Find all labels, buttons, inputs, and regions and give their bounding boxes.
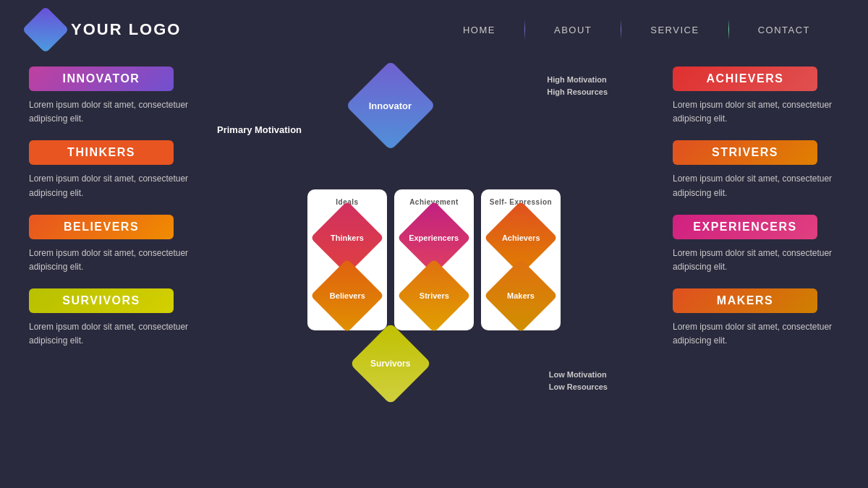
- nav-contact[interactable]: CONTACT: [729, 25, 839, 35]
- main-content: INNOVATOR Lorem ipsum dolor sit amet, co…: [0, 59, 868, 488]
- makers-badge: MAKERS: [673, 288, 817, 313]
- survivors-diamond: Survivors: [349, 322, 431, 404]
- innovator-badge: INNOVATOR: [29, 67, 174, 91]
- thinkers-desc: Lorem ipsum dolor sit amet, consectetuer…: [29, 172, 195, 200]
- left-thinkers-block: THINKERS Lorem ipsum dolor sit amet, con…: [29, 140, 195, 200]
- right-achievers-block: ACHIEVERS Lorem ipsum dolor sit amet, co…: [673, 67, 839, 126]
- right-strivers-block: STRIVERS Lorem ipsum dolor sit amet, con…: [673, 140, 839, 200]
- right-column: ACHIEVERS Lorem ipsum dolor sit amet, co…: [673, 67, 839, 488]
- thinkers-badge: THINKERS: [29, 140, 174, 165]
- survivors-desc: Lorem ipsum dolor sit amet, consectetuer…: [29, 320, 195, 348]
- survivors-diamond-container: Survivors: [405, 335, 463, 393]
- experiencers-desc: Lorem ipsum dolor sit amet, consectetuer…: [673, 247, 839, 274]
- innovator-desc: Lorem ipsum dolor sit amet, consectetuer…: [29, 98, 195, 126]
- bottom-diamond-area: Survivors Low Motivation Low Resources: [203, 335, 665, 400]
- believers-diamond-label: Believers: [330, 291, 365, 300]
- primary-motivation-label: Primary Motivation: [217, 124, 302, 135]
- center-column: Innovator High Motivation High Resources…: [195, 67, 673, 488]
- card-self-expression: Self- Expression Achievers Makers: [481, 189, 561, 330]
- thinkers-diamond-label: Thinkers: [331, 234, 364, 242]
- makers-desc: Lorem ipsum dolor sit amet, consectetuer…: [673, 320, 839, 348]
- logo-area: YOUR LOGO: [29, 13, 181, 46]
- innovator-diamond: Innovator: [346, 61, 435, 150]
- experiencers-badge: EXPERIENCERS: [673, 215, 817, 239]
- nav-about[interactable]: ABOUT: [525, 25, 621, 35]
- left-believers-block: BELIEVERS Lorem ipsum dolor sit amet, co…: [29, 215, 195, 274]
- left-survivors-block: SURVIVORS Lorem ipsum dolor sit amet, co…: [29, 288, 195, 348]
- strivers-badge: STRIVERS: [673, 140, 817, 165]
- strivers-desc: Lorem ipsum dolor sit amet, consectetuer…: [673, 172, 839, 200]
- innovator-label: Innovator: [369, 100, 412, 111]
- high-motivation-label: High Motivation High Resources: [547, 74, 608, 98]
- believers-desc: Lorem ipsum dolor sit amet, consectetuer…: [29, 247, 195, 274]
- makers-diamond: Makers: [484, 259, 558, 333]
- experiencers-diamond-label: Experiencers: [409, 234, 459, 242]
- believers-diamond: Believers: [310, 259, 384, 333]
- left-innovator-block: INNOVATOR Lorem ipsum dolor sit amet, co…: [29, 67, 195, 126]
- innovator-diamond-container: Innovator: [402, 74, 466, 139]
- nav: HOME ABOUT SERVICE CONTACT: [434, 20, 839, 40]
- low-motivation-label: Low Motivation Low Resources: [549, 369, 608, 393]
- logo-text: YOUR LOGO: [71, 20, 181, 39]
- right-makers-block: MAKERS Lorem ipsum dolor sit amet, conse…: [673, 288, 839, 348]
- survivors-badge: SURVIVORS: [29, 288, 174, 313]
- logo-icon: [22, 6, 69, 53]
- believers-badge: BELIEVERS: [29, 215, 174, 239]
- achievers-desc: Lorem ipsum dolor sit amet, consectetuer…: [673, 98, 839, 126]
- strivers-diamond-label: Strivers: [420, 291, 449, 300]
- achievers-badge: ACHIEVERS: [673, 67, 817, 91]
- nav-home[interactable]: HOME: [434, 25, 524, 35]
- card-achievement: Achievement Experiencers Strivers: [394, 189, 474, 330]
- survivors-label: Survivors: [370, 359, 410, 369]
- card-ideals: Ideals Thinkers Believers: [307, 189, 387, 330]
- right-experiencers-block: EXPERIENCERS Lorem ipsum dolor sit amet,…: [673, 215, 839, 274]
- left-column: INNOVATOR Lorem ipsum dolor sit amet, co…: [29, 67, 195, 488]
- nav-service[interactable]: SERVICE: [621, 25, 728, 35]
- makers-diamond-label: Makers: [507, 291, 535, 300]
- header: YOUR LOGO HOME ABOUT SERVICE CONTACT: [0, 0, 868, 59]
- achievers-diamond-label: Achievers: [502, 234, 540, 242]
- top-diamond-area: Innovator High Motivation High Resources…: [203, 67, 665, 146]
- strivers-diamond: Strivers: [397, 259, 471, 333]
- cards-grid: Ideals Thinkers Believers Achievement Ex…: [307, 189, 561, 330]
